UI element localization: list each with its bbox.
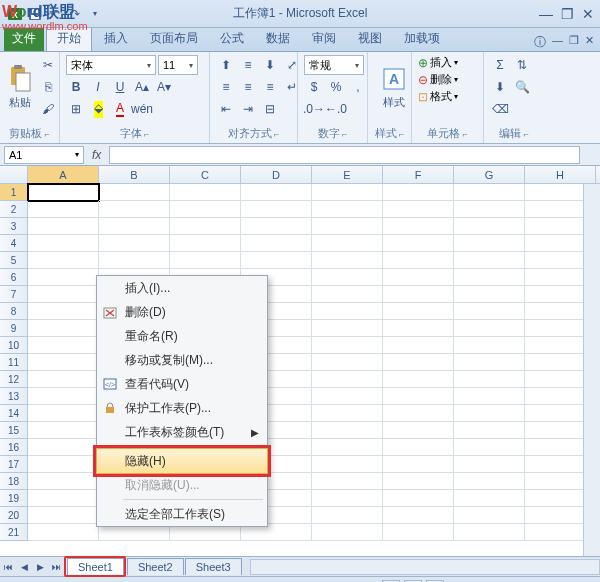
- align-middle-icon[interactable]: ≡: [238, 55, 258, 75]
- menu-hide[interactable]: 隐藏(H): [96, 448, 268, 474]
- cell[interactable]: [99, 235, 170, 252]
- row-header[interactable]: 1: [0, 184, 28, 201]
- phonetic-icon[interactable]: wén: [132, 99, 152, 119]
- find-icon[interactable]: 🔍: [512, 77, 532, 97]
- menu-tab-color[interactable]: 工作表标签颜色(T)▶: [97, 420, 267, 444]
- cell[interactable]: [28, 201, 99, 218]
- cell[interactable]: [28, 337, 99, 354]
- cell[interactable]: [28, 303, 99, 320]
- tab-addins[interactable]: 加载项: [394, 26, 450, 51]
- tab-insert[interactable]: 插入: [94, 26, 138, 51]
- copy-icon[interactable]: ⎘: [38, 77, 58, 97]
- sheet-nav-next-icon[interactable]: ▶: [32, 559, 48, 575]
- cell[interactable]: [312, 473, 383, 490]
- cell[interactable]: [28, 354, 99, 371]
- cell[interactable]: [99, 201, 170, 218]
- cell[interactable]: [383, 473, 454, 490]
- menu-protect[interactable]: 保护工作表(P)...: [97, 396, 267, 420]
- sheet-tab-2[interactable]: Sheet2: [127, 558, 184, 575]
- cell[interactable]: [241, 218, 312, 235]
- col-header-f[interactable]: F: [383, 166, 454, 183]
- cell[interactable]: [99, 218, 170, 235]
- ribbon-min-icon[interactable]: —: [552, 34, 563, 51]
- tab-view[interactable]: 视图: [348, 26, 392, 51]
- row-header[interactable]: 19: [0, 490, 28, 507]
- cell[interactable]: [383, 456, 454, 473]
- cell[interactable]: [454, 507, 525, 524]
- merge-icon[interactable]: ⊟: [260, 99, 280, 119]
- sort-icon[interactable]: ⇅: [512, 55, 532, 75]
- cell[interactable]: [170, 218, 241, 235]
- cell[interactable]: [312, 303, 383, 320]
- cell[interactable]: [312, 235, 383, 252]
- horizontal-scrollbar[interactable]: [250, 559, 600, 575]
- menu-select-all[interactable]: 选定全部工作表(S): [97, 502, 267, 526]
- cell[interactable]: [28, 371, 99, 388]
- cell[interactable]: [170, 252, 241, 269]
- row-header[interactable]: 10: [0, 337, 28, 354]
- cell[interactable]: [454, 218, 525, 235]
- cell[interactable]: [312, 371, 383, 388]
- sheet-tab-3[interactable]: Sheet3: [185, 558, 242, 575]
- cell[interactable]: [312, 490, 383, 507]
- cell[interactable]: [454, 320, 525, 337]
- align-top-icon[interactable]: ⬆: [216, 55, 236, 75]
- cell[interactable]: [383, 184, 454, 201]
- underline-button[interactable]: U: [110, 77, 130, 97]
- cell[interactable]: [454, 354, 525, 371]
- row-header[interactable]: 2: [0, 201, 28, 218]
- fill-icon[interactable]: ⬇: [490, 77, 510, 97]
- cell[interactable]: [454, 337, 525, 354]
- tab-layout[interactable]: 页面布局: [140, 26, 208, 51]
- formula-bar[interactable]: [109, 146, 580, 164]
- border-icon[interactable]: ⊞: [66, 99, 86, 119]
- shrink-font-icon[interactable]: A▾: [154, 77, 174, 97]
- cell[interactable]: [454, 184, 525, 201]
- grow-font-icon[interactable]: A▴: [132, 77, 152, 97]
- cell[interactable]: [454, 252, 525, 269]
- row-header[interactable]: 16: [0, 439, 28, 456]
- vertical-scrollbar[interactable]: [583, 184, 600, 556]
- cell[interactable]: [383, 320, 454, 337]
- cell[interactable]: [312, 354, 383, 371]
- row-header[interactable]: 14: [0, 405, 28, 422]
- cell[interactable]: [99, 252, 170, 269]
- cell[interactable]: [454, 201, 525, 218]
- cell[interactable]: [383, 235, 454, 252]
- indent-inc-icon[interactable]: ⇥: [238, 99, 258, 119]
- menu-insert[interactable]: 插入(I)...: [97, 276, 267, 300]
- font-size-combo[interactable]: 11▾: [158, 55, 198, 75]
- cell[interactable]: [28, 524, 99, 541]
- cell[interactable]: [312, 337, 383, 354]
- tab-formulas[interactable]: 公式: [210, 26, 254, 51]
- ribbon-close-icon[interactable]: ✕: [585, 34, 594, 51]
- col-header-b[interactable]: B: [99, 166, 170, 183]
- tab-review[interactable]: 审阅: [302, 26, 346, 51]
- cell[interactable]: [312, 507, 383, 524]
- cell[interactable]: [312, 252, 383, 269]
- cell[interactable]: [312, 524, 383, 541]
- menu-move-copy[interactable]: 移动或复制(M)...: [97, 348, 267, 372]
- cell[interactable]: [312, 439, 383, 456]
- cell[interactable]: [454, 388, 525, 405]
- help-icon[interactable]: ⓘ: [534, 34, 546, 51]
- cell[interactable]: [454, 490, 525, 507]
- paste-button[interactable]: 粘贴: [6, 55, 34, 119]
- row-header[interactable]: 11: [0, 354, 28, 371]
- menu-delete[interactable]: 删除(D): [97, 300, 267, 324]
- cell[interactable]: [312, 388, 383, 405]
- cell[interactable]: [383, 490, 454, 507]
- cell[interactable]: [28, 320, 99, 337]
- cell[interactable]: [383, 218, 454, 235]
- cell[interactable]: [383, 439, 454, 456]
- fill-color-icon[interactable]: ⬙: [88, 99, 108, 119]
- cell[interactable]: [454, 371, 525, 388]
- align-bottom-icon[interactable]: ⬇: [260, 55, 280, 75]
- restore-icon[interactable]: ❐: [561, 6, 574, 22]
- row-header[interactable]: 3: [0, 218, 28, 235]
- cell[interactable]: [241, 201, 312, 218]
- cell[interactable]: [454, 422, 525, 439]
- cell[interactable]: [383, 371, 454, 388]
- cell[interactable]: [454, 286, 525, 303]
- menu-view-code[interactable]: </>查看代码(V): [97, 372, 267, 396]
